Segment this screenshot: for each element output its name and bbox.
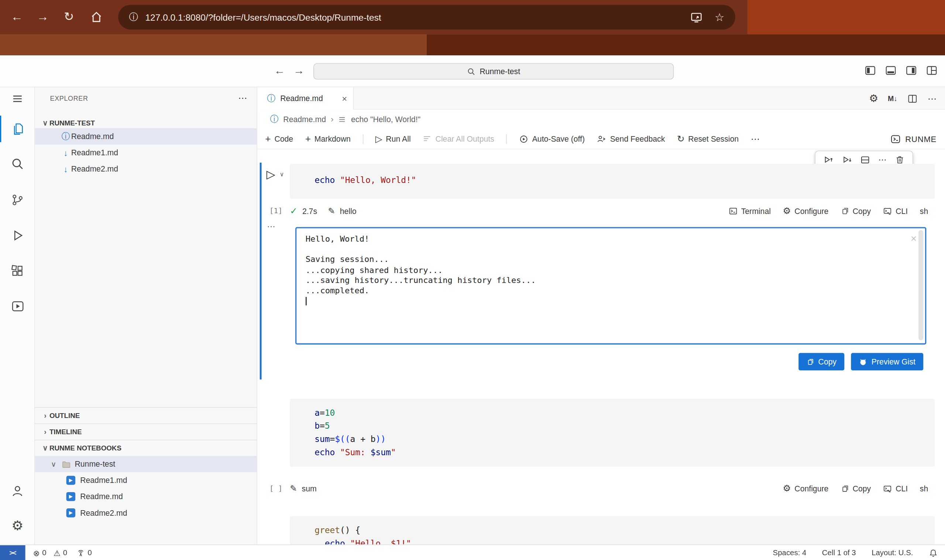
accounts-icon[interactable] <box>0 478 35 504</box>
editor-more-actions-icon[interactable]: ⋯ <box>928 93 937 104</box>
toggle-sidebar-icon[interactable] <box>864 65 876 77</box>
reset-session-button[interactable]: ↻ Reset Session <box>677 134 738 144</box>
tab-readme[interactable]: ⓘ Readme.md × <box>257 88 354 109</box>
run-cell-icon[interactable]: ▷ <box>267 168 275 182</box>
history-forward-icon[interactable]: → <box>293 65 304 77</box>
notebook-item-readme[interactable]: ▶ Readme.md <box>35 488 257 505</box>
source-control-icon[interactable] <box>0 187 35 213</box>
settings-gear-icon[interactable]: ⚙ <box>0 512 35 539</box>
breadcrumb-cell[interactable]: echo "Hello, World!" <box>351 115 421 123</box>
explorer-more-actions-icon[interactable]: ⋯ <box>238 92 247 103</box>
file-label: Readme2.md <box>71 165 118 173</box>
url-bar[interactable]: ⓘ 127.0.0.1:8080/?folder=/Users/macos/De… <box>118 5 735 29</box>
explorer-icon[interactable] <box>0 115 35 142</box>
tab-title: Readme.md <box>280 94 323 103</box>
code-cell-3[interactable]: greet() { echo "Hello, $1!" <box>290 516 935 545</box>
copy-icon <box>840 206 849 215</box>
copy-output-button[interactable]: Copy <box>799 353 845 371</box>
notebook-settings-gear-icon[interactable]: ⚙ <box>869 92 878 105</box>
send-feedback-button[interactable]: Send Feedback <box>597 134 665 143</box>
cli-action[interactable]: CLI <box>883 484 908 493</box>
code-cell-2[interactable]: a=10 b=5 sum=$((a + b)) echo "Sum: $sum" <box>290 399 935 467</box>
runme-notebooks-view-icon[interactable] <box>0 292 35 319</box>
notebook-item-readme2[interactable]: ▶ Readme2.md <box>35 505 257 521</box>
toolbar-divider <box>506 134 507 143</box>
browser-back-icon[interactable]: ← <box>11 10 23 23</box>
add-markdown-button[interactable]: + Markdown <box>305 134 351 144</box>
vscode-window: ← → Runme-test <box>0 55 945 560</box>
cell-1-output[interactable]: Hello, World! Saving session... ...copyi… <box>295 227 926 345</box>
notifications-bell-icon[interactable] <box>929 549 937 557</box>
toggle-secondary-sidebar-icon[interactable] <box>905 65 917 77</box>
customize-layout-icon[interactable] <box>926 65 938 77</box>
configure-action[interactable]: ⚙ Configure <box>783 483 829 494</box>
cell-position-indicator[interactable]: Cell 1 of 3 <box>822 549 856 557</box>
run-cell-chevron-icon[interactable]: ∨ <box>280 171 284 178</box>
remote-indicator[interactable]: >< <box>0 545 25 560</box>
cell-more-actions-icon[interactable]: ⋯ <box>878 155 887 165</box>
bookmark-star-icon[interactable]: ☆ <box>715 12 724 23</box>
run-all-button[interactable]: ▷ Run All <box>375 134 411 144</box>
file-item-readme[interactable]: ⓘ Readme.md <box>35 128 257 145</box>
browser-home-icon[interactable] <box>90 10 103 24</box>
extensions-icon[interactable] <box>0 258 35 285</box>
keyboard-layout-indicator[interactable]: Layout: U.S. <box>871 549 913 557</box>
outline-label: OUTLINE <box>49 412 80 420</box>
copy-action[interactable]: Copy <box>840 484 871 493</box>
terminal-icon <box>728 206 737 215</box>
notebook-label: Readme1.md <box>80 476 127 485</box>
run-debug-icon[interactable] <box>0 222 35 249</box>
code-cell-1[interactable]: echo "Hello, World!" <box>290 164 935 199</box>
output-more-icon[interactable]: ⋯ <box>267 222 275 231</box>
browser-reload-icon[interactable]: ↻ <box>64 10 74 23</box>
cell-1-status-bar: [1] ✓ 2.7s ✎ hello Terminal ⚙ <box>290 203 928 218</box>
cast-icon[interactable] <box>690 11 703 23</box>
notebook-item-readme1[interactable]: ▶ Readme1.md <box>35 472 257 488</box>
cell-language[interactable]: sh <box>920 484 928 493</box>
terminal-action[interactable]: Terminal <box>728 206 771 215</box>
execution-count: [ ] <box>270 485 282 493</box>
site-info-icon[interactable]: ⓘ <box>129 11 138 23</box>
ports-indicator[interactable]: 0 <box>77 549 92 557</box>
clear-all-icon <box>423 134 432 143</box>
output-close-icon[interactable]: × <box>911 233 917 245</box>
ports-count: 0 <box>88 549 91 557</box>
outline-section[interactable]: › OUTLINE <box>35 407 257 423</box>
cell-name[interactable]: sum <box>302 484 317 493</box>
command-center-search[interactable]: Runme-test <box>313 63 674 79</box>
runme-notebooks-section[interactable]: ∨ RUNME NOTEBOOKS <box>35 440 257 456</box>
notebook-folder-runme-test[interactable]: ∨ Runme-test <box>35 456 257 472</box>
cli-action[interactable]: CLI <box>883 206 908 215</box>
search-view-icon[interactable] <box>0 151 35 177</box>
vscode-titlebar: ← → Runme-test <box>0 55 945 88</box>
preview-gist-button[interactable]: Preview Gist <box>851 353 923 371</box>
split-editor-icon[interactable] <box>907 93 918 104</box>
markdown-preview-icon[interactable]: M↓ <box>888 94 897 103</box>
execution-duration: 2.7s <box>302 206 317 215</box>
add-code-button[interactable]: + Code <box>265 134 293 144</box>
toolbar-more-icon[interactable]: ⋯ <box>751 134 760 144</box>
breadcrumb-file[interactable]: Readme.md <box>283 115 326 123</box>
delete-cell-icon[interactable] <box>895 155 904 165</box>
tab-close-icon[interactable]: × <box>342 93 347 104</box>
cell-name[interactable]: hello <box>340 206 356 215</box>
file-item-readme2[interactable]: ↓ Readme2.md <box>35 161 257 177</box>
configure-action[interactable]: ⚙ Configure <box>783 206 829 216</box>
edit-name-pencil-icon[interactable]: ✎ <box>290 484 297 493</box>
indent-indicator[interactable]: Spaces: 4 <box>773 549 806 557</box>
history-back-icon[interactable]: ← <box>274 65 285 77</box>
execute-below-icon[interactable] <box>842 155 852 165</box>
cell-language[interactable]: sh <box>920 206 928 215</box>
auto-save-button[interactable]: Auto-Save (off) <box>519 134 585 143</box>
timeline-section[interactable]: › TIMELINE <box>35 423 257 440</box>
file-item-readme1[interactable]: ↓ Readme1.md <box>35 145 257 161</box>
split-cell-icon[interactable] <box>860 155 870 165</box>
execute-above-icon[interactable] <box>823 155 834 165</box>
copy-action[interactable]: Copy <box>840 206 871 215</box>
menu-hamburger-icon[interactable] <box>0 86 35 112</box>
output-scrollbar[interactable] <box>919 230 923 340</box>
problems-indicator[interactable]: ⊗ 0 ⚠ 0 <box>33 549 67 557</box>
browser-forward-icon[interactable]: → <box>37 10 49 23</box>
toggle-panel-icon[interactable] <box>885 65 897 77</box>
edit-name-pencil-icon[interactable]: ✎ <box>328 206 335 215</box>
